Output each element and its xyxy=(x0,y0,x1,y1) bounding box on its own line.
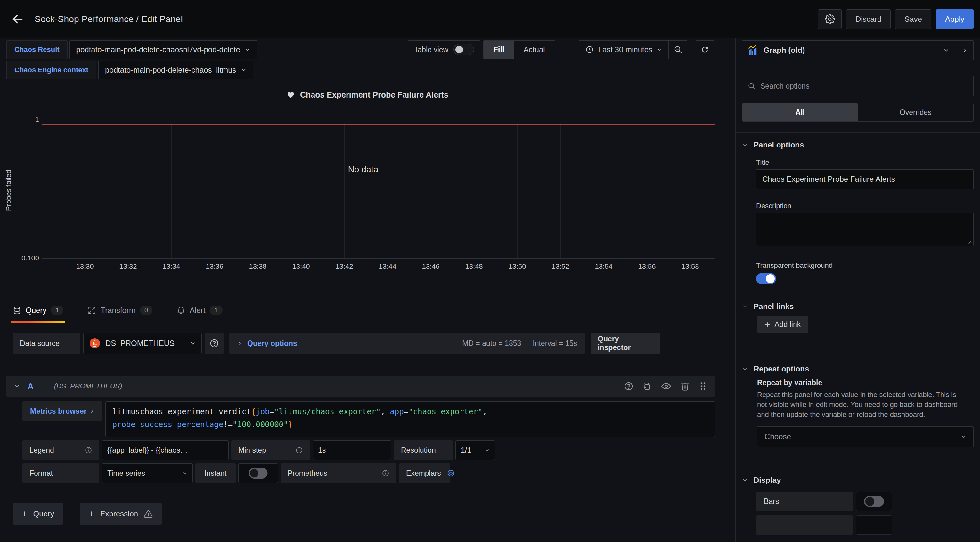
query-inspector-button[interactable]: Query inspector xyxy=(590,333,660,354)
x-tick-label: 13:58 xyxy=(681,262,699,271)
zoom-out-button[interactable] xyxy=(668,41,687,59)
gridline xyxy=(344,124,345,258)
divider xyxy=(736,350,980,350)
tab-query[interactable]: Query 1 xyxy=(11,298,65,323)
apply-button[interactable]: Apply xyxy=(936,9,974,29)
chevron-down-icon xyxy=(937,47,956,54)
info-icon xyxy=(84,446,92,454)
description-field-label: Description xyxy=(756,202,974,210)
section-panel-options[interactable]: Panel options xyxy=(742,138,974,152)
section-display[interactable]: Display xyxy=(742,473,974,487)
panel-title-input[interactable] xyxy=(756,169,974,189)
trash-icon[interactable] xyxy=(680,381,690,391)
gridline xyxy=(690,124,690,258)
table-view-control: Table view xyxy=(408,40,480,59)
collapse-options-button[interactable] xyxy=(956,41,973,60)
x-tick-label: 13:36 xyxy=(205,262,223,271)
graph-viz-icon xyxy=(748,45,758,55)
legend-input[interactable]: {{app_label}} - {{chaos… xyxy=(102,440,229,460)
prometheus-icon xyxy=(89,338,100,349)
bars-toggle[interactable] xyxy=(864,496,884,507)
tab-transform[interactable]: Transform 0 xyxy=(86,298,154,323)
query-ref-id: A xyxy=(27,381,33,391)
discard-button[interactable]: Discard xyxy=(846,9,891,29)
bars-toggle-box xyxy=(856,492,892,511)
gridline xyxy=(215,124,215,258)
resize-handle-icon[interactable] xyxy=(967,239,972,244)
chart-plot[interactable]: No data xyxy=(41,120,715,258)
panel-options-sidebar: Graph (old) All Overrides Panel options … xyxy=(735,38,980,542)
add-link-button[interactable]: + Add link xyxy=(757,316,808,333)
actual-option[interactable]: Actual xyxy=(514,41,555,59)
max-datapoints-stat: MD = auto = 1853 xyxy=(462,339,521,348)
tab-overrides[interactable]: Overrides xyxy=(858,103,974,121)
query-row-tools xyxy=(624,381,707,391)
query-format-row: Format Time series Instant Prometheus xyxy=(22,463,715,483)
query-row-header[interactable]: A (DS_PROMETHEUS) xyxy=(6,376,715,397)
datasource-help-button[interactable] xyxy=(205,333,224,354)
format-select[interactable]: Time series xyxy=(102,463,193,483)
options-search[interactable] xyxy=(742,76,974,96)
back-button[interactable] xyxy=(6,8,29,30)
gridline xyxy=(604,124,604,258)
gridline xyxy=(258,124,258,258)
query-editor: Data source DS_PROMETHEUS Query options … xyxy=(0,323,735,525)
y-axis-label: Probes failed xyxy=(5,144,13,237)
panel-settings-button[interactable] xyxy=(818,9,842,29)
chevron-down-icon xyxy=(742,142,748,148)
datasource-picker[interactable]: DS_PROMETHEUS xyxy=(83,333,202,354)
drag-handle-icon[interactable] xyxy=(699,381,707,391)
plus-icon: + xyxy=(89,509,94,519)
duplicate-icon[interactable] xyxy=(643,381,652,391)
panel-description-textarea[interactable] xyxy=(756,213,974,246)
section-repeat-options[interactable]: Repeat options xyxy=(742,362,974,376)
table-view-toggle[interactable] xyxy=(453,44,474,55)
tab-all[interactable]: All xyxy=(742,103,858,121)
metrics-browser-button[interactable]: Metrics browser xyxy=(22,401,102,421)
tab-alert[interactable]: Alert 1 xyxy=(175,298,224,323)
transparent-bg-label: Transparent background xyxy=(756,261,974,270)
help-icon[interactable] xyxy=(624,381,633,391)
options-search-input[interactable] xyxy=(760,82,968,90)
bell-icon xyxy=(177,306,185,314)
resolution-select[interactable]: 1/1 xyxy=(455,440,495,460)
eye-icon[interactable] xyxy=(661,381,671,391)
x-tick-label: 13:48 xyxy=(465,262,483,271)
repeat-description: Repeat this panel for each value in the … xyxy=(757,390,965,420)
gridline xyxy=(85,124,85,258)
fill-option[interactable]: Fill xyxy=(484,41,514,59)
instant-toggle[interactable] xyxy=(249,468,268,479)
edit-panel-left: Chaos Result podtato-main-pod-delete-cha… xyxy=(0,38,735,542)
x-tick-label: 13:32 xyxy=(119,262,137,271)
visualization-picker[interactable]: Graph (old) xyxy=(742,40,974,60)
variable-value-dropdown[interactable]: podtato-main-pod-delete-chaos_litmus xyxy=(98,61,253,79)
promql-query-input[interactable]: litmuschaos_experiment_verdict{job="litm… xyxy=(105,401,715,437)
repeat-variable-select[interactable]: Choose xyxy=(757,426,974,447)
refresh-button[interactable] xyxy=(695,40,714,59)
chart-x-axis: 13:3013:3213:3413:3613:3813:4013:4213:44… xyxy=(41,262,715,272)
gridline xyxy=(128,124,129,258)
chevron-right-icon xyxy=(237,341,242,346)
time-range-button[interactable]: Last 30 minutes xyxy=(579,45,668,54)
info-icon xyxy=(295,446,303,454)
query-row-a: A (DS_PROMETHEUS) Metrics browser xyxy=(6,376,715,483)
topbar-actions: Discard Save Apply xyxy=(818,9,974,29)
save-button[interactable]: Save xyxy=(895,9,931,29)
gridline xyxy=(474,124,474,258)
gridline xyxy=(171,124,172,258)
variable-value-dropdown[interactable]: podtato-main-pod-delete-chaosnl7vd-pod-d… xyxy=(70,40,257,59)
divider xyxy=(736,296,980,296)
min-step-input[interactable]: 1s xyxy=(313,440,391,460)
top-bar: Sock-Shop Performance / Edit Panel Disca… xyxy=(0,0,980,38)
add-query-button[interactable]: + Query xyxy=(13,503,63,525)
panel-title: Chaos Experiment Probe Failure Alerts xyxy=(0,90,735,100)
query-options-label: Query options xyxy=(247,339,297,348)
query-options-bar[interactable]: Query options MD = auto = 1853 Interval … xyxy=(229,333,585,354)
section-panel-links[interactable]: Panel links xyxy=(742,300,974,314)
gear-icon xyxy=(825,14,835,24)
x-tick-label: 13:56 xyxy=(638,262,655,271)
add-expression-button[interactable]: + Expression xyxy=(80,503,162,525)
exemplars-icon[interactable] xyxy=(447,469,455,477)
transparent-bg-toggle[interactable] xyxy=(756,273,776,284)
repeat-by-variable-label: Repeat by variable xyxy=(757,379,974,387)
